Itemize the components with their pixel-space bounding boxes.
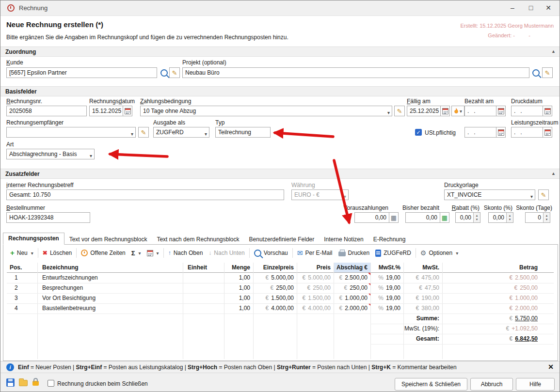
cell-pos[interactable]: 2 <box>7 283 37 293</box>
cell-preis[interactable]: €1.500,00 <box>297 293 334 303</box>
minimize-button[interactable]: – <box>505 4 520 12</box>
save-icon[interactable] <box>6 378 15 387</box>
cell-mwst[interactable]: €47,50 <box>403 283 442 293</box>
rechnungsdatum-calendar-button[interactable] <box>123 106 132 116</box>
projekt-search-icon[interactable] <box>532 69 540 77</box>
bezahlt-calendar-button[interactable] <box>496 106 506 116</box>
column-header-mwst_pct[interactable]: MwSt.% <box>370 263 403 273</box>
cell-einheit[interactable] <box>183 283 224 293</box>
lz-von-calendar-button[interactable] <box>496 127 506 138</box>
cell-pos[interactable]: 3 <box>7 293 37 303</box>
cell-menge[interactable]: 1,00 <box>224 303 253 314</box>
leistungszeitraum-von-input[interactable]: . . <box>464 127 496 138</box>
cell-bezeichnung[interactable]: Baustellenbetreuung <box>37 303 183 314</box>
cell-abschlag[interactable]: €2.500,00 <box>334 273 370 283</box>
cell-mwst[interactable]: €190,00 <box>403 293 442 303</box>
cell-einzelpreis[interactable]: €250,00 <box>253 283 297 293</box>
invoice-row[interactable]: 2Besprechungen1,00€250,00€250,00€250,00%… <box>7 283 554 293</box>
cell-mwst[interactable]: €380,00 <box>403 303 442 314</box>
column-header-betrag[interactable]: Betrag <box>442 263 554 273</box>
column-header-einheit[interactable]: Einheit <box>183 263 224 273</box>
faellig-calendar-button[interactable] <box>440 106 450 116</box>
column-header-bezeichnung[interactable]: Bezeichnung <box>37 263 183 273</box>
empfaenger-select[interactable]: ▾ <box>6 127 136 138</box>
skonto-spinner[interactable]: ▴▾ <box>506 213 513 222</box>
kunde-search-icon[interactable] <box>160 69 168 77</box>
column-header-preis[interactable]: Preis <box>297 263 334 273</box>
druckdatum-calendar-button[interactable] <box>543 106 552 116</box>
zahlungsbedingung-select[interactable]: 10 Tage ohne Abzug ▾ <box>140 106 392 116</box>
collapse-icon[interactable]: ▲ <box>551 171 556 176</box>
column-header-mwst[interactable]: MwSt. <box>403 263 442 273</box>
rechnungsdatum-input[interactable]: 15.12.2025 <box>89 106 123 116</box>
cell-einheit[interactable] <box>183 303 224 314</box>
kunde-edit-button[interactable]: ✎ <box>169 67 180 78</box>
kunde-input[interactable]: [5657] Epsilon Partner <box>6 67 157 78</box>
cell-mwst_pct[interactable]: %19,00 <box>370 293 403 303</box>
invoice-row[interactable]: 4Baustellenbetreuung1,00€4.000,00€4.000,… <box>7 303 554 314</box>
rechnungsnr-input[interactable]: 2025058 <box>6 106 87 116</box>
tab-text-vor[interactable]: Text vor dem Rechnungsblock <box>64 234 152 245</box>
bezahlt-input[interactable]: . . <box>464 106 496 116</box>
column-header-einzelpreis[interactable]: Einzelpreis <box>253 263 297 273</box>
invoice-row[interactable]: 3Vor Ort Besichtigung1,00€1.500,00€1.500… <box>7 293 554 303</box>
voraus-input[interactable]: 0,00 <box>354 212 389 223</box>
rabatt-spinner[interactable]: ▴▾ <box>473 213 480 222</box>
tab-e-rechnung[interactable]: E-Rechnung <box>368 234 411 245</box>
open-folder-icon[interactable] <box>19 380 28 386</box>
bestellnummer-input[interactable]: HOAK-12392348 <box>6 212 90 223</box>
cell-betrag[interactable]: €1.000,00 <box>442 293 554 303</box>
faellig-input[interactable]: 25.12.2025 <box>407 106 441 116</box>
leistungszeitraum-bis-input[interactable]: . . <box>511 127 543 138</box>
druckdatum-input[interactable]: . . <box>511 106 543 116</box>
cell-betrag[interactable]: €250,00 <box>442 283 554 293</box>
cell-menge[interactable]: 1,00 <box>224 273 253 283</box>
ust-checkbox[interactable]: ✓ <box>415 129 422 136</box>
invoice-row[interactable]: 1Entwurfszeichnungen1,00€5.000,00€5.000,… <box>7 273 554 283</box>
cell-einzelpreis[interactable]: €4.000,00 <box>253 303 297 314</box>
bisher-input[interactable]: 0,00 <box>405 212 440 223</box>
print-on-close-checkbox[interactable] <box>48 380 54 387</box>
cell-pos[interactable]: 4 <box>7 303 37 314</box>
cell-einheit[interactable] <box>183 273 224 283</box>
cell-preis[interactable]: €5.000,00 <box>297 273 334 283</box>
typ-input[interactable]: Teilrechnung <box>215 127 271 138</box>
voraus-calculator-button[interactable]: ▦ <box>389 212 399 223</box>
druckvorlage-select[interactable]: XT_INVOICE ▾ <box>444 189 535 200</box>
cell-menge[interactable]: 1,00 <box>224 293 253 303</box>
druckvorlage-edit-button[interactable]: ✎ <box>538 189 549 200</box>
cell-einheit[interactable] <box>183 293 224 303</box>
tab-text-nach[interactable]: Text nach dem Rechnungsblock <box>152 234 244 245</box>
skonto-tage-spinner[interactable]: ▴▾ <box>543 213 550 222</box>
lz-bis-calendar-button[interactable] <box>543 127 552 138</box>
help-button[interactable]: Hilfe <box>516 378 555 391</box>
rabatt-input[interactable]: 0,00 ▴▾ <box>455 212 480 223</box>
column-header-pos[interactable]: Pos. <box>7 263 37 273</box>
cell-mwst_pct[interactable]: %19,00 <box>370 273 403 283</box>
cell-betrag[interactable]: €2.500,00 <box>442 273 554 283</box>
cell-pos[interactable]: 1 <box>7 273 37 283</box>
bisher-table-button[interactable]: ▦ <box>440 212 449 223</box>
cell-bezeichnung[interactable]: Entwurfszeichnungen <box>37 273 183 283</box>
cell-bezeichnung[interactable]: Besprechungen <box>37 283 183 293</box>
cancel-button[interactable]: Abbruch <box>470 378 513 391</box>
cell-betrag[interactable]: €2.000,00 <box>442 303 554 314</box>
art-select[interactable]: Abschlagrechnung - Basis ▾ <box>6 149 95 159</box>
cell-abschlag[interactable]: €1.000,00 <box>334 293 370 303</box>
collapse-icon[interactable]: ▲ <box>551 49 556 54</box>
projekt-edit-button[interactable]: ✎ <box>542 67 553 78</box>
maximize-button[interactable]: □ <box>524 4 538 12</box>
cell-abschlag[interactable]: €2.000,00 <box>334 303 370 314</box>
lock-icon[interactable] <box>32 381 39 386</box>
hint-close-icon[interactable]: ✕ <box>548 363 554 371</box>
ausgabe-select[interactable]: ZUGFeRD ▾ <box>153 127 209 138</box>
column-header-abschlag[interactable]: Abschlag € <box>334 263 370 273</box>
zahlungsbedingung-edit-button[interactable]: ✎ <box>394 106 405 116</box>
cell-bezeichnung[interactable]: Vor Ort Besichtigung <box>37 293 183 303</box>
cell-mwst[interactable]: €475,00 <box>403 273 442 283</box>
empfaenger-edit-button[interactable]: ✎ <box>138 127 149 138</box>
tab-interne-notizen[interactable]: Interne Notizen <box>319 234 368 245</box>
cell-mwst_pct[interactable]: %19,00 <box>370 283 403 293</box>
skonto-input[interactable]: 0,00 ▴▾ <box>488 212 513 223</box>
tab-rechnungsposten[interactable]: Rechnungsposten <box>3 233 64 245</box>
